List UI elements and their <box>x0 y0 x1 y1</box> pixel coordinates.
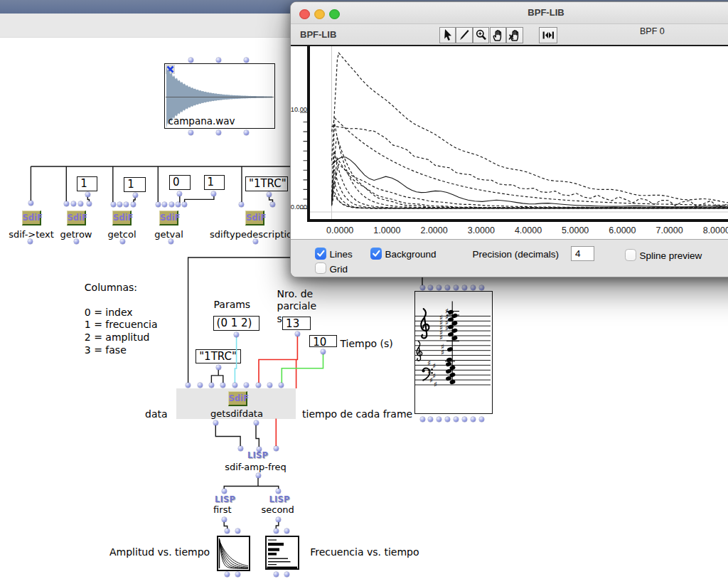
port-ball[interactable] <box>479 285 484 290</box>
port-ball[interactable] <box>420 285 425 290</box>
port-ball[interactable] <box>156 202 161 207</box>
checkmark-icon <box>370 248 382 260</box>
port-ball[interactable] <box>120 239 125 244</box>
sound-box-campana[interactable]: campana.wav <box>164 63 275 129</box>
port-ball[interactable] <box>462 417 467 422</box>
port-ball[interactable] <box>244 130 249 135</box>
port-ball[interactable] <box>169 202 174 207</box>
comment-columnas-lines[interactable]: 0 = index 1 = frecuencia 2 = amplitud 3 … <box>85 307 158 357</box>
sdif-icon: SdiF <box>67 211 86 225</box>
port-ball[interactable] <box>479 417 484 422</box>
port-ball[interactable] <box>188 58 193 63</box>
comment-amplitud[interactable]: Amplitud vs. tiempo <box>109 546 210 559</box>
port-ball[interactable] <box>117 202 122 207</box>
port-ball[interactable] <box>162 202 167 207</box>
function-label-second: second <box>221 504 335 515</box>
function-label-sdif-amp-freq: sdif-amp-freq <box>199 462 313 472</box>
port-ball[interactable] <box>253 239 258 244</box>
port-ball[interactable] <box>133 193 138 198</box>
function-box-first[interactable]: LISP <box>215 494 235 504</box>
value-box-1trc-mid[interactable]: "1TRC" <box>196 349 241 363</box>
comment-frecuencia[interactable]: Frecuencia vs. tiempo <box>310 546 419 559</box>
port-ball[interactable] <box>111 202 116 207</box>
port-ball[interactable] <box>274 572 279 577</box>
preview-box-amplitud[interactable] <box>217 536 251 571</box>
port-ball[interactable] <box>256 473 261 478</box>
port-ball[interactable] <box>131 202 136 207</box>
port-ball[interactable] <box>232 383 237 388</box>
bpf-lib-window[interactable]: BPF-LIB BPF-LIB <box>290 1 728 277</box>
port-ball[interactable] <box>257 447 262 452</box>
port-ball[interactable] <box>213 420 218 425</box>
port-ball[interactable] <box>254 420 259 425</box>
port-ball[interactable] <box>64 201 69 206</box>
port-ball[interactable] <box>216 365 221 370</box>
port-ball[interactable] <box>274 446 279 451</box>
port-ball[interactable] <box>87 201 92 206</box>
port-ball[interactable] <box>270 202 275 207</box>
comment-params[interactable]: Params <box>214 299 251 312</box>
value-box-partials[interactable]: 13 <box>282 317 311 330</box>
port-ball[interactable] <box>235 572 240 577</box>
function-box-getrow[interactable]: SdiF <box>67 211 86 225</box>
sdif-icon: SdiF <box>245 211 264 225</box>
background-checkbox[interactable] <box>370 248 382 260</box>
port-ball[interactable] <box>222 489 227 494</box>
function-box-second[interactable]: LISP <box>269 494 290 504</box>
value-box-getval-arg1[interactable]: 0 <box>169 175 191 190</box>
value-box-time[interactable]: 10 <box>309 335 337 348</box>
function-box-getval[interactable]: SdiF <box>159 211 178 225</box>
port-ball[interactable] <box>234 332 239 337</box>
lisp-icon: LISP <box>269 494 290 504</box>
value-box-1trc-top[interactable]: "1TRC" <box>245 176 288 191</box>
frecuencia-bars <box>267 537 297 568</box>
sdif-icon: SdiF <box>228 391 247 406</box>
value-box-getcol-arg[interactable]: 1 <box>124 177 146 192</box>
value-box-getval-arg2[interactable]: 1 <box>204 175 225 190</box>
port-ball[interactable] <box>471 417 476 422</box>
port-ball[interactable] <box>225 572 230 577</box>
port-ball[interactable] <box>238 446 243 451</box>
function-box-sdif-to-text[interactable]: SdiF <box>22 211 41 225</box>
preview-box-frecuencia[interactable] <box>265 536 299 570</box>
port-ball[interactable] <box>209 383 214 388</box>
lines-checkbox[interactable] <box>315 248 327 260</box>
port-ball[interactable] <box>244 58 249 63</box>
port-ball[interactable] <box>420 417 425 422</box>
function-box-sdiftypedescription[interactable]: SdiF <box>245 211 264 225</box>
port-ball[interactable] <box>71 201 76 206</box>
precision-input[interactable] <box>571 246 594 261</box>
port-ball[interactable] <box>279 383 284 388</box>
comment-frame[interactable]: tiempo de cada frame <box>302 408 412 421</box>
port-ball[interactable] <box>28 239 33 244</box>
port-ball[interactable] <box>471 285 476 290</box>
port-ball[interactable] <box>182 202 187 207</box>
score-box-chord[interactable]: ♯♯♯♯♯♯♯♯♯♯♯♯♯♯♯♯♯ <box>414 291 493 414</box>
port-ball[interactable] <box>78 201 83 206</box>
port-ball[interactable] <box>267 383 272 388</box>
comment-tiempo[interactable]: Tiempo (s) <box>340 338 392 351</box>
port-ball[interactable] <box>216 58 221 63</box>
function-box-getcol[interactable]: SdiF <box>112 211 132 225</box>
openmusic-desktop: {"colors":{"wire_black":"#161616","wire_… <box>0 0 728 584</box>
comment-columnas-title[interactable]: Columnas: <box>85 282 137 294</box>
port-ball[interactable] <box>198 383 203 388</box>
function-box-getsdifdata[interactable]: SdiF getsdifdata <box>176 388 296 420</box>
value-box-params[interactable]: (0 1 2) <box>213 316 260 331</box>
port-ball[interactable] <box>284 572 289 577</box>
port-ball[interactable] <box>256 383 261 388</box>
comment-data[interactable]: data <box>145 408 168 421</box>
port-ball[interactable] <box>168 239 173 244</box>
function-box-sdif-amp-freq[interactable]: LISP <box>247 450 268 460</box>
port-ball[interactable] <box>284 529 289 533</box>
grid-checkbox[interactable] <box>315 262 327 275</box>
port-ball[interactable] <box>239 202 244 207</box>
port-ball[interactable] <box>222 517 227 522</box>
bpf-curve <box>332 183 728 208</box>
port-ball[interactable] <box>124 202 129 207</box>
port-ball[interactable] <box>176 202 181 207</box>
function-label-getsdifdata: getsdifdata <box>178 408 296 419</box>
spline-checkbox[interactable] <box>625 249 637 261</box>
lisp-icon: LISP <box>247 450 268 460</box>
value-box-getrow-arg[interactable]: 1 <box>77 176 97 191</box>
